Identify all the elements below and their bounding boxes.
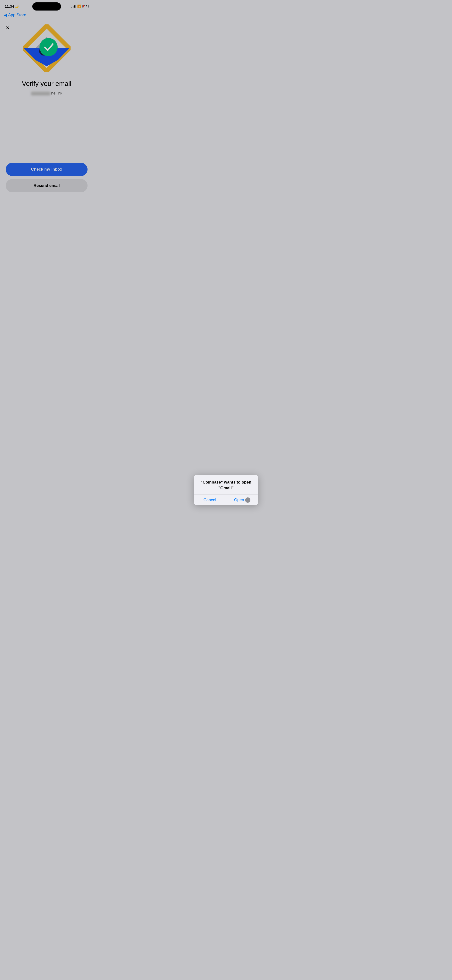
alert-overlay: "Coinbase" wants to open "Gmail" Cancel … <box>0 0 93 202</box>
